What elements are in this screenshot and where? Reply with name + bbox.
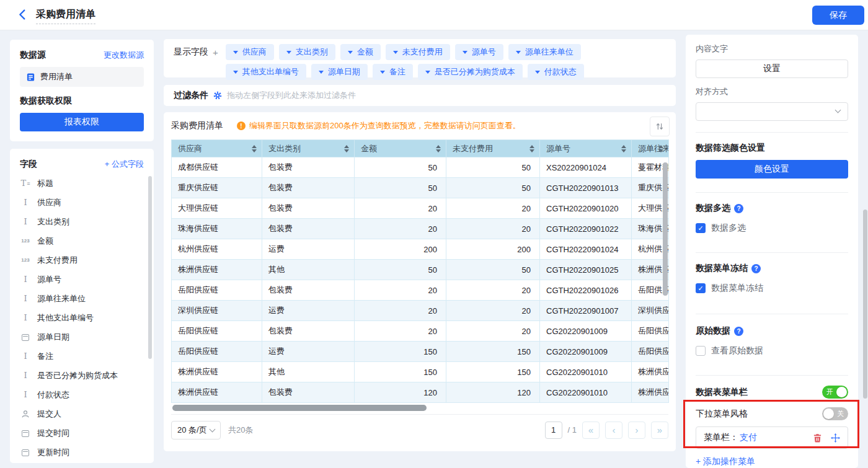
report-permission-button[interactable]: 报表权限 <box>20 113 144 131</box>
page-size-select[interactable]: 20 条/页 <box>171 421 221 439</box>
field-item[interactable]: I是否已分摊为购货成本 <box>10 366 154 385</box>
display-field-chip[interactable]: 源单往来单位 <box>508 44 581 60</box>
table-cell: CGTH20220901024 <box>540 239 632 260</box>
field-item[interactable]: I其他支出单编号 <box>10 308 154 327</box>
first-page-button[interactable]: « <box>582 422 600 439</box>
field-item[interactable]: I备注 <box>10 347 154 366</box>
field-item[interactable]: 123未支付费用 <box>10 250 154 270</box>
column-header[interactable]: 供应商 <box>172 140 262 157</box>
field-item[interactable]: I付款状态 <box>10 385 154 404</box>
vertical-scrollbar[interactable] <box>663 162 668 296</box>
fields-title: 字段 <box>20 159 37 170</box>
table-cell: XS20220901024 <box>540 157 632 178</box>
fields-scrollbar[interactable] <box>148 176 152 359</box>
table-row[interactable]: 岳阳供应链运费150150CG20220901009岳阳供应链 <box>172 342 669 362</box>
save-button[interactable]: 保存 <box>812 6 864 25</box>
display-field-chip[interactable]: 源单日期 <box>311 64 368 80</box>
filter-panel[interactable]: 过滤条件 拖动左侧字段到此处来添加过滤条件 <box>164 85 676 106</box>
add-formula-field-link[interactable]: + 公式字段 <box>105 159 144 170</box>
table-row[interactable]: 重庆供应链包装费5050CGTH20220901013重庆供应链 <box>172 178 669 198</box>
table-row[interactable]: 大理供应链包装费2020CGTH20220901020大理供应链 <box>172 198 669 219</box>
field-item[interactable]: T≡标题 <box>10 174 154 193</box>
field-item[interactable]: 123金额 <box>10 231 154 250</box>
sort-arrows-icon[interactable] <box>621 145 626 152</box>
add-display-field-button[interactable]: + <box>213 47 218 58</box>
display-field-chip[interactable]: 未支付费用 <box>386 44 450 60</box>
display-field-chip[interactable]: 备注 <box>373 64 413 80</box>
gear-icon[interactable] <box>213 91 222 100</box>
field-item[interactable]: 提交时间 <box>10 423 154 443</box>
menu-freeze-checkbox[interactable]: ✓ <box>696 283 706 293</box>
page-number-input[interactable]: 1 <box>545 422 562 439</box>
window-scrollbar[interactable] <box>863 210 867 399</box>
help-icon[interactable]: ? <box>734 327 743 336</box>
table-row[interactable]: 杭州供应链运费200200CGTH20220901024杭州供应链 <box>172 239 669 260</box>
dropdown-style-toggle[interactable]: 关 <box>822 407 848 420</box>
prev-page-button[interactable]: ‹ <box>605 422 622 439</box>
table-row[interactable]: 株洲供应链其他150150CG20220901010株洲供应链 <box>172 362 669 382</box>
table-row[interactable]: 株洲供应链其他5050CGTH20220901025株洲供应链 <box>172 260 669 280</box>
field-item[interactable]: 源单日期 <box>10 327 154 347</box>
divider <box>696 252 848 253</box>
display-field-chip[interactable]: 付款状态 <box>528 64 584 80</box>
display-field-chip[interactable]: 支出类别 <box>279 44 335 60</box>
trash-icon[interactable] <box>813 433 822 443</box>
table-row[interactable]: 株洲供应链包装费120120CG20220901010株洲供应链 <box>172 382 669 403</box>
field-item[interactable]: 更新时间 <box>10 443 154 462</box>
column-header[interactable]: 支出类别 <box>262 140 355 157</box>
field-item[interactable]: I供应商 <box>10 193 154 212</box>
table-cell: 岳阳供应链 <box>632 342 669 362</box>
display-field-chip[interactable]: 是否已分摊为购货成本 <box>418 64 523 80</box>
sort-arrows-icon[interactable] <box>344 145 349 152</box>
menu-bar-value[interactable]: 支付 <box>740 432 757 443</box>
table-cell: 深圳供应链 <box>172 301 262 321</box>
datasource-item[interactable]: 费用清单 <box>20 67 144 87</box>
table-cell: 珠海供应链 <box>172 219 262 239</box>
display-field-chip[interactable]: 源单号 <box>455 44 503 60</box>
sort-arrows-icon[interactable] <box>252 145 257 152</box>
table-cell: 150 <box>355 342 446 362</box>
table-cell: 运费 <box>262 342 355 362</box>
table-row[interactable]: 珠海供应链包装费2020CGTH20220901022珠海供应链 <box>172 219 669 239</box>
move-icon[interactable] <box>831 433 840 443</box>
sort-arrows-icon[interactable] <box>658 145 663 152</box>
horizontal-scrollbar[interactable] <box>172 405 427 411</box>
help-icon[interactable]: ? <box>734 204 743 213</box>
table-menu-toggle[interactable]: 开 <box>822 386 848 399</box>
color-settings-button[interactable]: 颜色设置 <box>696 160 848 179</box>
column-header[interactable]: 源单号 <box>540 140 632 157</box>
table-row[interactable]: 深圳供应链运费2020CGTH20220901007深圳供应链 <box>172 301 669 321</box>
sort-order-button[interactable] <box>650 117 670 136</box>
column-header[interactable]: 未支付费用 <box>446 140 540 157</box>
chip-label: 供应商 <box>242 46 267 58</box>
display-field-chip[interactable]: 金额 <box>340 44 381 60</box>
field-item[interactable]: I支出类别 <box>10 212 154 231</box>
change-datasource-link[interactable]: 更改数据源 <box>104 50 144 61</box>
content-text-settings-button[interactable]: 设置 <box>696 60 848 78</box>
chip-label: 金额 <box>357 46 373 58</box>
field-item[interactable]: I源单往来单位 <box>10 289 154 308</box>
help-icon[interactable]: ? <box>751 264 761 273</box>
chevron-down-icon <box>319 71 324 74</box>
column-header[interactable]: 金额 <box>355 140 446 157</box>
field-item[interactable]: I源单号 <box>10 270 154 289</box>
table-cell: CGTH20220901025 <box>540 260 632 280</box>
display-field-chip[interactable]: 其他支出单编号 <box>226 64 306 80</box>
table-row[interactable]: 成都供应链包装费5050XS20220901024蔓霍材料 <box>172 157 669 178</box>
display-field-chip[interactable]: 供应商 <box>226 44 274 60</box>
sort-arrows-icon[interactable] <box>529 145 534 152</box>
column-header[interactable]: 源单往来单位 <box>632 140 669 157</box>
table-row[interactable]: 岳阳供应链包装费2020CGTH20220901026岳阳供应链 <box>172 280 669 301</box>
table-cell: 200 <box>446 239 540 260</box>
sort-arrows-icon[interactable] <box>436 145 441 152</box>
field-item[interactable]: 提交人 <box>10 404 154 423</box>
next-page-button[interactable]: › <box>628 422 645 439</box>
back-icon[interactable] <box>19 9 25 22</box>
align-select[interactable] <box>696 102 848 121</box>
table-cell: CG20220901010 <box>540 362 632 382</box>
last-page-button[interactable]: » <box>651 422 668 439</box>
multi-select-checkbox[interactable]: ✓ <box>696 223 706 233</box>
table-row[interactable]: 岳阳供应链包装费2020CG20220901009岳阳供应链 <box>172 321 669 342</box>
add-action-menu-link[interactable]: + 添加操作菜单 <box>696 456 848 467</box>
raw-data-checkbox[interactable] <box>696 346 706 356</box>
